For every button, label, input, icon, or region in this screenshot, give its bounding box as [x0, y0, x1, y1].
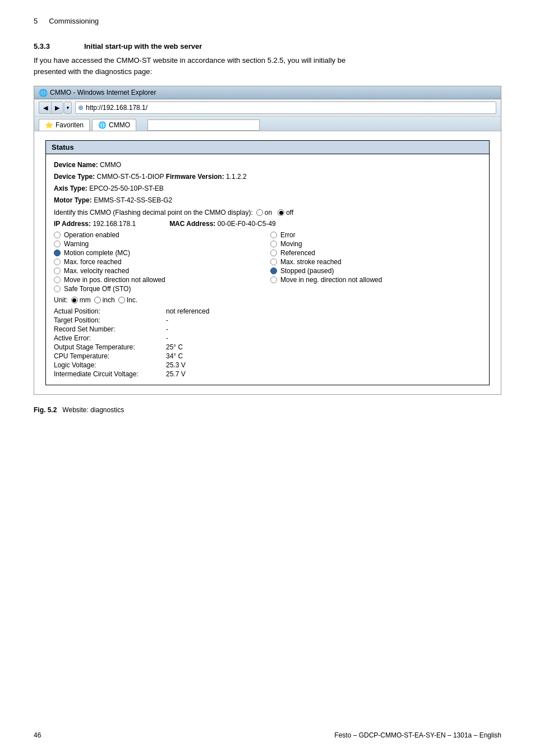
radio-off-filled [279, 211, 283, 215]
indicator-referenced: Referenced [270, 249, 481, 257]
actual-position-row: Actual Position: not referenced [54, 307, 481, 315]
radio-on-circle[interactable] [256, 209, 263, 216]
browser-toolbar: ◀ ▶ ▼ ⊕ http://192.168.178.1/ [34, 99, 501, 117]
indicator-max-force: Max. force reached [54, 258, 265, 266]
radio-off-label: off [286, 209, 293, 216]
unit-inc-circle[interactable] [118, 297, 125, 303]
record-set-value: - [166, 325, 168, 333]
label-sto: Safe Torque Off (STO) [64, 285, 131, 293]
device-name-label: Device Name: [54, 161, 98, 169]
identify-row: Identify this CMMO (Flashing decimal poi… [54, 209, 481, 216]
dot-pos-dir [54, 276, 61, 283]
browser-content: Status Device Name: CMMO Device Type: CM… [34, 131, 501, 394]
radio-on-item[interactable]: on [256, 209, 272, 216]
motor-type-value: EMMS-ST-42-SS-SEB-G2 [94, 196, 172, 204]
dot-error [270, 232, 277, 238]
active-error-value: - [166, 334, 168, 342]
device-name-row: Device Name: CMMO [54, 160, 481, 170]
dot-moving [270, 241, 277, 247]
intermediate-voltage-row: Intermediate Circuit Voltage: 25.7 V [54, 370, 481, 378]
axis-type-value: EPCO-25-50-10P-ST-EB [89, 185, 164, 192]
back-forward-buttons[interactable]: ◀ ▶ ▼ [39, 102, 72, 114]
label-max-force: Max. force reached [64, 258, 122, 266]
label-motion-complete: Motion complete (MC) [64, 249, 130, 257]
ip-label: IP Address: [54, 220, 91, 228]
indicator-pos-dir: Move in pos. direction not allowed [54, 276, 265, 284]
dot-sto [54, 285, 61, 292]
label-neg-dir: Move in neg. direction not allowed [280, 276, 382, 284]
device-name-value: CMMO [100, 161, 121, 169]
cpu-temp-label: CPU Temperature: [54, 352, 166, 360]
unit-mm-circle[interactable] [71, 297, 78, 303]
dot-referenced [270, 250, 277, 256]
indicator-operation-enabled: Operation enabled [54, 231, 265, 239]
favorites-icon: ⭐ [45, 121, 53, 129]
data-table: Actual Position: not referenced Target P… [54, 307, 481, 378]
figure-label: Fig. 5.2 [34, 406, 57, 414]
nav-dropdown-button[interactable]: ▼ [64, 102, 72, 114]
cmmo-tab[interactable]: 🌐 CMMO [92, 119, 136, 131]
unit-inc-item[interactable]: Inc. [118, 296, 137, 304]
unit-row: Unit: mm inch In [54, 296, 481, 304]
page-section-number: 5 [34, 17, 38, 25]
logic-voltage-value: 25.3 V [166, 361, 186, 369]
browser-icon: 🌐 [39, 89, 47, 96]
mac-address-block: MAC Address: 00-0E-F0-40-C5-49 [169, 220, 276, 228]
identify-radio-group[interactable]: on off [256, 209, 293, 216]
address-bar[interactable]: ⊕ http://192.168.178.1/ [75, 102, 496, 114]
section-body-line1: If you have accessed the CMMO-ST website… [34, 56, 345, 64]
radio-on-label: on [265, 209, 272, 216]
figure-caption-text: Website: diagnostics [62, 406, 124, 414]
output-stage-temp-row: Output Stage Temperature: 25° C [54, 343, 481, 351]
output-stage-temp-label: Output Stage Temperature: [54, 343, 166, 351]
unit-mm-label: mm [80, 296, 91, 304]
dropdown-icon: ▼ [66, 105, 70, 110]
ip-address-block: IP Address: 192.168.178.1 [54, 220, 136, 228]
unit-inch-label: inch [103, 296, 115, 304]
label-operation-enabled: Operation enabled [64, 231, 119, 239]
cpu-temp-row: CPU Temperature: 34° C [54, 352, 481, 360]
favorites-label: Favoriten [56, 121, 84, 129]
unit-inch-circle[interactable] [94, 297, 101, 303]
status-panel: Status Device Name: CMMO Device Type: CM… [45, 140, 490, 385]
back-button[interactable]: ◀ [39, 102, 51, 114]
forward-button[interactable]: ▶ [51, 102, 63, 114]
radio-off-circle[interactable] [278, 209, 284, 216]
radio-off-item[interactable]: off [278, 209, 293, 216]
dot-warning [54, 241, 61, 247]
unit-inch-item[interactable]: inch [94, 296, 115, 304]
target-position-value: - [166, 316, 168, 324]
section-body-line2: presented with the diagnostics page: [34, 67, 152, 76]
favorites-tab[interactable]: ⭐ Favoriten [39, 119, 90, 131]
axis-type-label: Axis Type: [54, 185, 87, 192]
figure-caption: Fig. 5.2 Website: diagnostics [34, 406, 501, 414]
cmmo-tab-label: CMMO [109, 121, 130, 129]
mac-label: MAC Address: [169, 220, 215, 228]
actual-position-label: Actual Position: [54, 307, 166, 315]
forward-icon: ▶ [55, 104, 59, 112]
tab-search-input[interactable] [147, 119, 260, 131]
intermediate-voltage-value: 25.7 V [166, 370, 186, 378]
intermediate-voltage-label: Intermediate Circuit Voltage: [54, 370, 166, 378]
motor-type-label: Motor Type: [54, 196, 92, 204]
active-error-row: Active Error: - [54, 334, 481, 342]
label-error: Error [280, 231, 296, 239]
unit-mm-item[interactable]: mm [71, 296, 91, 304]
dot-operation-enabled [54, 232, 61, 238]
indicator-max-velocity: Max. velocity reached [54, 267, 265, 275]
dot-neg-dir [270, 276, 277, 283]
page-number: 46 [34, 731, 41, 739]
axis-type-row: Axis Type: EPCO-25-50-10P-ST-EB [54, 183, 481, 193]
unit-label: Unit: [54, 296, 68, 304]
ip-value: 192.168.178.1 [93, 220, 136, 228]
firmware-label: Firmware Version: [166, 173, 224, 181]
target-position-label: Target Position: [54, 316, 166, 324]
doc-reference: Festo – GDCP-CMMO-ST-EA-SY-EN – 1301a – … [334, 731, 501, 739]
record-set-row: Record Set Number: - [54, 325, 481, 333]
dot-stopped [270, 268, 277, 274]
indicator-error: Error [270, 231, 481, 239]
record-set-label: Record Set Number: [54, 325, 166, 333]
indicator-max-stroke: Max. stroke reached [270, 258, 481, 266]
browser-title: CMMO - Windows Internet Explorer [50, 89, 156, 96]
page-section-title: Commissioning [49, 17, 99, 25]
